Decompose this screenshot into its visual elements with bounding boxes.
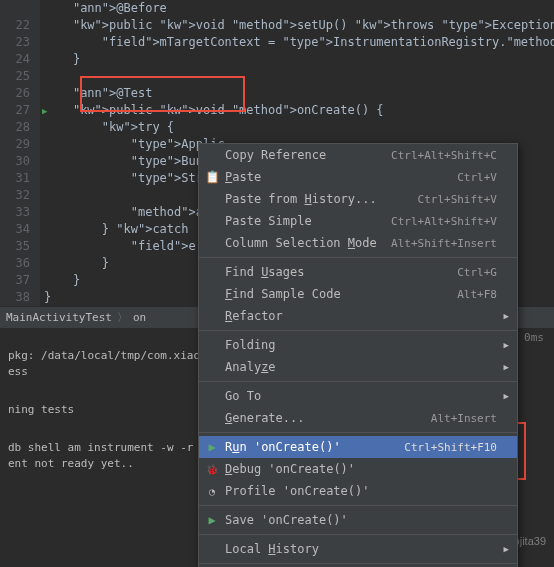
submenu-arrow-icon: ▶ bbox=[504, 311, 509, 321]
menu-label: Paste Simple bbox=[225, 214, 391, 228]
line-number: 38 bbox=[0, 289, 40, 306]
breadcrumb-file[interactable]: MainActivityTest bbox=[6, 311, 112, 324]
line-content[interactable]: } bbox=[40, 289, 51, 306]
line-content[interactable]: } bbox=[40, 255, 109, 272]
run-gutter-icon[interactable]: ▶ bbox=[42, 106, 47, 116]
line-content[interactable]: "kw">try { bbox=[40, 119, 174, 136]
menu-label: Paste bbox=[225, 170, 457, 184]
menu-item-paste-from-history[interactable]: Paste from History...Ctrl+Shift+V bbox=[199, 188, 517, 210]
menu-shortcut: Ctrl+Alt+Shift+C bbox=[391, 149, 497, 162]
menu-item-find-usages[interactable]: Find UsagesCtrl+G bbox=[199, 261, 517, 283]
menu-shortcut: Ctrl+V bbox=[457, 171, 497, 184]
line-content[interactable]: "kw">public "kw">void "method">onCreate(… bbox=[40, 102, 384, 119]
menu-item-folding[interactable]: Folding▶ bbox=[199, 334, 517, 356]
line-content[interactable] bbox=[40, 68, 44, 85]
menu-label: Save 'onCreate()' bbox=[225, 513, 497, 527]
menu-item-local-history[interactable]: Local History▶ bbox=[199, 538, 517, 560]
line-number bbox=[0, 0, 40, 17]
code-line[interactable]: 22 "kw">public "kw">void "method">setUp(… bbox=[0, 17, 554, 34]
menu-separator bbox=[199, 505, 517, 506]
menu-label: Go To bbox=[225, 389, 497, 403]
menu-separator bbox=[199, 432, 517, 433]
line-number: 31 bbox=[0, 170, 40, 187]
line-number: 33 bbox=[0, 204, 40, 221]
line-number: 28 bbox=[0, 119, 40, 136]
code-line[interactable]: 23 "field">mTargetContext = "type">Instr… bbox=[0, 34, 554, 51]
code-line[interactable]: "ann">@Before bbox=[0, 0, 554, 17]
menu-separator bbox=[199, 381, 517, 382]
menu-shortcut: Alt+F8 bbox=[457, 288, 497, 301]
menu-label: Local History bbox=[225, 542, 497, 556]
submenu-arrow-icon: ▶ bbox=[504, 391, 509, 401]
menu-shortcut: Ctrl+Shift+V bbox=[418, 193, 497, 206]
line-number: 36 bbox=[0, 255, 40, 272]
menu-item-refactor[interactable]: Refactor▶ bbox=[199, 305, 517, 327]
line-number: 22 bbox=[0, 17, 40, 34]
line-number: 23 bbox=[0, 34, 40, 51]
line-number: 30 bbox=[0, 153, 40, 170]
menu-item-find-sample-code[interactable]: Find Sample CodeAlt+F8 bbox=[199, 283, 517, 305]
menu-label: Debug 'onCreate()' bbox=[225, 462, 497, 476]
menu-item-paste[interactable]: 📋PasteCtrl+V bbox=[199, 166, 517, 188]
code-line[interactable]: 26 "ann">@Test bbox=[0, 85, 554, 102]
submenu-arrow-icon: ▶ bbox=[504, 544, 509, 554]
line-number: 24 bbox=[0, 51, 40, 68]
line-number: 29 bbox=[0, 136, 40, 153]
line-content[interactable]: "field">mTargetContext = "type">Instrume… bbox=[40, 34, 554, 51]
menu-shortcut: Alt+Shift+Insert bbox=[391, 237, 497, 250]
paste-icon: 📋 bbox=[205, 170, 219, 184]
menu-label: Run 'onCreate()' bbox=[225, 440, 404, 454]
menu-shortcut: Ctrl+G bbox=[457, 266, 497, 279]
debug-icon: 🐞 bbox=[205, 462, 219, 476]
menu-item-column-selection-mode[interactable]: Column Selection ModeAlt+Shift+Insert bbox=[199, 232, 517, 254]
menu-label: Profile 'onCreate()' bbox=[225, 484, 497, 498]
line-number: 35 bbox=[0, 238, 40, 255]
line-number: 34 bbox=[0, 221, 40, 238]
submenu-arrow-icon: ▶ bbox=[504, 362, 509, 372]
line-number: 27 bbox=[0, 102, 40, 119]
menu-shortcut: Alt+Insert bbox=[431, 412, 497, 425]
menu-label: Folding bbox=[225, 338, 497, 352]
line-content[interactable]: } bbox=[40, 272, 80, 289]
menu-item-paste-simple[interactable]: Paste SimpleCtrl+Alt+Shift+V bbox=[199, 210, 517, 232]
menu-separator bbox=[199, 330, 517, 331]
line-content[interactable]: "kw">public "kw">void "method">setUp() "… bbox=[40, 17, 554, 34]
context-menu[interactable]: Copy ReferenceCtrl+Alt+Shift+C📋PasteCtrl… bbox=[198, 143, 518, 567]
menu-label: Find Usages bbox=[225, 265, 457, 279]
line-number: 26 bbox=[0, 85, 40, 102]
line-content[interactable]: "ann">@Test bbox=[40, 85, 152, 102]
code-line[interactable]: 27 "kw">public "kw">void "method">onCrea… bbox=[0, 102, 554, 119]
code-line[interactable]: 28 "kw">try { bbox=[0, 119, 554, 136]
menu-label: Refactor bbox=[225, 309, 497, 323]
line-number: 37 bbox=[0, 272, 40, 289]
menu-item-run-oncreate[interactable]: ▶Run 'onCreate()'Ctrl+Shift+F10 bbox=[199, 436, 517, 458]
profile-icon: ◔ bbox=[205, 484, 219, 498]
line-content[interactable]: } bbox=[40, 51, 80, 68]
menu-label: Generate... bbox=[225, 411, 431, 425]
menu-item-go-to[interactable]: Go To▶ bbox=[199, 385, 517, 407]
menu-item-generate[interactable]: Generate...Alt+Insert bbox=[199, 407, 517, 429]
line-content[interactable] bbox=[40, 187, 44, 204]
menu-item-analyze[interactable]: Analyze▶ bbox=[199, 356, 517, 378]
menu-separator bbox=[199, 534, 517, 535]
menu-shortcut: Ctrl+Shift+F10 bbox=[404, 441, 497, 454]
code-line[interactable]: 24 } bbox=[0, 51, 554, 68]
menu-item-profile-oncreate[interactable]: ◔Profile 'onCreate()' bbox=[199, 480, 517, 502]
line-content[interactable]: "ann">@Before bbox=[40, 0, 167, 17]
line-number: 25 bbox=[0, 68, 40, 85]
line-content[interactable]: "type">Bundle bbox=[40, 153, 225, 170]
run-icon: ▶ bbox=[205, 440, 219, 454]
breadcrumb-separator: 〉 bbox=[117, 310, 128, 325]
menu-label: Find Sample Code bbox=[225, 287, 457, 301]
menu-shortcut: Ctrl+Alt+Shift+V bbox=[391, 215, 497, 228]
line-number: 32 bbox=[0, 187, 40, 204]
menu-item-save-oncreate[interactable]: ▶Save 'onCreate()' bbox=[199, 509, 517, 531]
menu-label: Paste from History... bbox=[225, 192, 418, 206]
menu-separator bbox=[199, 563, 517, 564]
menu-label: Copy Reference bbox=[225, 148, 391, 162]
menu-item-copy-reference[interactable]: Copy ReferenceCtrl+Alt+Shift+C bbox=[199, 144, 517, 166]
code-line[interactable]: 25 bbox=[0, 68, 554, 85]
menu-item-debug-oncreate[interactable]: 🐞Debug 'onCreate()' bbox=[199, 458, 517, 480]
breadcrumb-method[interactable]: on bbox=[133, 311, 146, 324]
menu-label: Analyze bbox=[225, 360, 497, 374]
